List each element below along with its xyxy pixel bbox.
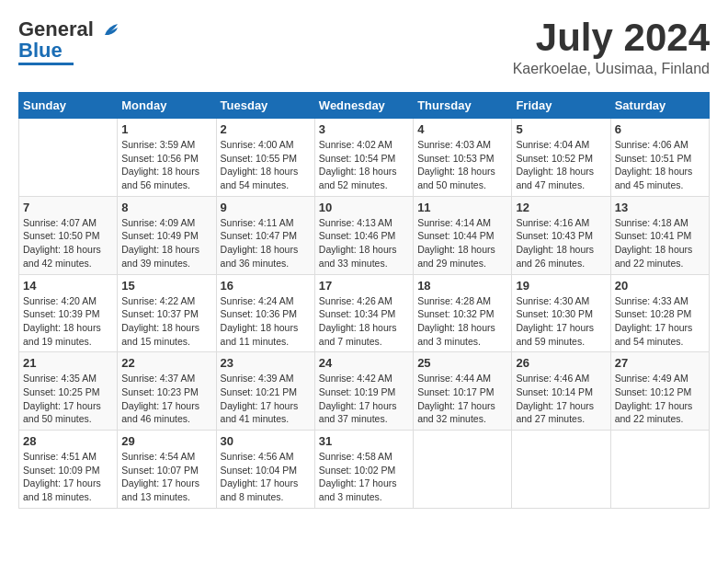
day-number: 24 bbox=[319, 356, 409, 370]
calendar-day-cell: 17Sunrise: 4:26 AMSunset: 10:34 PMDaylig… bbox=[314, 274, 413, 352]
calendar-day-cell: 3Sunrise: 4:02 AMSunset: 10:54 PMDayligh… bbox=[314, 119, 413, 197]
calendar-day-cell: 23Sunrise: 4:39 AMSunset: 10:21 PMDaylig… bbox=[216, 352, 314, 431]
day-number: 6 bbox=[615, 122, 705, 136]
calendar-day-cell bbox=[19, 119, 118, 197]
calendar-day-cell: 2Sunrise: 4:00 AMSunset: 10:55 PMDayligh… bbox=[216, 119, 314, 197]
location-title: Kaerkoelae, Uusimaa, Finland bbox=[513, 61, 710, 77]
day-info: Sunrise: 4:18 AMSunset: 10:41 PMDaylight… bbox=[615, 216, 705, 270]
month-title: July 2024 bbox=[513, 18, 710, 57]
calendar-day-cell: 30Sunrise: 4:56 AMSunset: 10:04 PMDaylig… bbox=[216, 431, 314, 509]
day-number: 31 bbox=[319, 434, 409, 448]
calendar-day-cell: 19Sunrise: 4:30 AMSunset: 10:30 PMDaylig… bbox=[512, 274, 610, 352]
day-number: 22 bbox=[121, 356, 211, 370]
day-number: 9 bbox=[221, 201, 311, 214]
day-number: 8 bbox=[121, 201, 211, 214]
calendar-day-cell: 31Sunrise: 4:58 AMSunset: 10:02 PMDaylig… bbox=[314, 431, 413, 509]
calendar-day-cell: 20Sunrise: 4:33 AMSunset: 10:28 PMDaylig… bbox=[610, 274, 709, 352]
logo-text-blue: Blue bbox=[18, 40, 63, 61]
day-of-week-header: Wednesday bbox=[314, 93, 413, 119]
calendar-week-row: 7Sunrise: 4:07 AMSunset: 10:50 PMDayligh… bbox=[19, 196, 710, 274]
day-number: 5 bbox=[516, 122, 606, 136]
page-header: General Blue July 2024 Kaerkoelae, Uusim… bbox=[18, 18, 710, 77]
day-of-week-header: Friday bbox=[512, 93, 610, 119]
day-number: 16 bbox=[221, 279, 311, 293]
calendar-day-cell: 1Sunrise: 3:59 AMSunset: 10:56 PMDayligh… bbox=[118, 119, 216, 197]
day-number: 19 bbox=[516, 279, 606, 293]
day-info: Sunrise: 4:51 AMSunset: 10:09 PMDaylight… bbox=[23, 450, 113, 504]
calendar-day-cell: 7Sunrise: 4:07 AMSunset: 10:50 PMDayligh… bbox=[19, 196, 118, 274]
calendar-day-cell: 29Sunrise: 4:54 AMSunset: 10:07 PMDaylig… bbox=[118, 431, 216, 509]
day-info: Sunrise: 4:22 AMSunset: 10:37 PMDaylight… bbox=[121, 294, 211, 349]
day-info: Sunrise: 4:30 AMSunset: 10:30 PMDaylight… bbox=[516, 294, 606, 349]
calendar-day-cell bbox=[610, 431, 709, 509]
calendar-day-cell: 11Sunrise: 4:14 AMSunset: 10:44 PMDaylig… bbox=[414, 196, 512, 274]
calendar-table: SundayMondayTuesdayWednesdayThursdayFrid… bbox=[18, 92, 710, 509]
day-info: Sunrise: 4:04 AMSunset: 10:52 PMDaylight… bbox=[516, 138, 606, 192]
day-number: 27 bbox=[615, 356, 705, 370]
calendar-day-cell bbox=[512, 431, 610, 509]
day-info: Sunrise: 4:56 AMSunset: 10:04 PMDaylight… bbox=[221, 450, 311, 504]
calendar-day-cell bbox=[414, 431, 512, 509]
calendar-day-cell: 27Sunrise: 4:49 AMSunset: 10:12 PMDaylig… bbox=[610, 352, 709, 431]
day-info: Sunrise: 4:44 AMSunset: 10:17 PMDaylight… bbox=[417, 372, 507, 426]
day-number: 25 bbox=[417, 356, 507, 370]
day-number: 17 bbox=[319, 279, 409, 293]
calendar-day-cell: 6Sunrise: 4:06 AMSunset: 10:51 PMDayligh… bbox=[610, 119, 709, 197]
calendar-day-cell: 26Sunrise: 4:46 AMSunset: 10:14 PMDaylig… bbox=[512, 352, 610, 431]
title-section: July 2024 Kaerkoelae, Uusimaa, Finland bbox=[513, 18, 710, 77]
day-number: 12 bbox=[516, 201, 606, 214]
day-info: Sunrise: 4:02 AMSunset: 10:54 PMDaylight… bbox=[319, 138, 409, 192]
calendar-day-cell: 12Sunrise: 4:16 AMSunset: 10:43 PMDaylig… bbox=[512, 196, 610, 274]
day-number: 28 bbox=[23, 434, 113, 448]
calendar-day-cell: 28Sunrise: 4:51 AMSunset: 10:09 PMDaylig… bbox=[19, 431, 118, 509]
day-info: Sunrise: 4:16 AMSunset: 10:43 PMDaylight… bbox=[516, 216, 606, 270]
day-info: Sunrise: 4:33 AMSunset: 10:28 PMDaylight… bbox=[615, 294, 705, 349]
calendar-week-row: 14Sunrise: 4:20 AMSunset: 10:39 PMDaylig… bbox=[19, 274, 710, 352]
day-of-week-header: Saturday bbox=[610, 93, 709, 119]
calendar-day-cell: 10Sunrise: 4:13 AMSunset: 10:46 PMDaylig… bbox=[314, 196, 413, 274]
day-number: 23 bbox=[221, 356, 311, 370]
day-info: Sunrise: 4:39 AMSunset: 10:21 PMDaylight… bbox=[221, 372, 311, 426]
calendar-week-row: 28Sunrise: 4:51 AMSunset: 10:09 PMDaylig… bbox=[19, 431, 710, 509]
calendar-day-cell: 9Sunrise: 4:11 AMSunset: 10:47 PMDayligh… bbox=[216, 196, 314, 274]
day-info: Sunrise: 4:00 AMSunset: 10:55 PMDaylight… bbox=[221, 138, 311, 192]
day-number: 1 bbox=[121, 122, 211, 136]
calendar-day-cell: 15Sunrise: 4:22 AMSunset: 10:37 PMDaylig… bbox=[118, 274, 216, 352]
day-info: Sunrise: 4:37 AMSunset: 10:23 PMDaylight… bbox=[121, 372, 211, 426]
day-info: Sunrise: 4:09 AMSunset: 10:49 PMDaylight… bbox=[121, 216, 211, 270]
calendar-day-cell: 4Sunrise: 4:03 AMSunset: 10:53 PMDayligh… bbox=[414, 119, 512, 197]
day-of-week-header: Monday bbox=[118, 93, 216, 119]
calendar-day-cell: 22Sunrise: 4:37 AMSunset: 10:23 PMDaylig… bbox=[118, 352, 216, 431]
day-info: Sunrise: 4:35 AMSunset: 10:25 PMDaylight… bbox=[23, 372, 113, 426]
logo-text-general: General bbox=[18, 17, 94, 40]
day-info: Sunrise: 4:54 AMSunset: 10:07 PMDaylight… bbox=[121, 450, 211, 504]
day-info: Sunrise: 4:28 AMSunset: 10:32 PMDaylight… bbox=[417, 294, 507, 349]
day-of-week-header: Thursday bbox=[414, 93, 512, 119]
day-number: 30 bbox=[221, 434, 311, 448]
calendar-week-row: 21Sunrise: 4:35 AMSunset: 10:25 PMDaylig… bbox=[19, 352, 710, 431]
calendar-header-row: SundayMondayTuesdayWednesdayThursdayFrid… bbox=[19, 93, 710, 119]
calendar-day-cell: 5Sunrise: 4:04 AMSunset: 10:52 PMDayligh… bbox=[512, 119, 610, 197]
day-number: 2 bbox=[221, 122, 311, 136]
day-number: 10 bbox=[319, 201, 409, 214]
day-info: Sunrise: 4:14 AMSunset: 10:44 PMDaylight… bbox=[417, 216, 507, 270]
day-number: 14 bbox=[23, 279, 113, 293]
logo-underline bbox=[18, 63, 74, 65]
day-info: Sunrise: 4:26 AMSunset: 10:34 PMDaylight… bbox=[319, 294, 409, 349]
day-info: Sunrise: 4:58 AMSunset: 10:02 PMDaylight… bbox=[319, 450, 409, 504]
day-number: 7 bbox=[23, 201, 113, 214]
day-number: 29 bbox=[121, 434, 211, 448]
day-number: 20 bbox=[615, 279, 705, 293]
calendar-day-cell: 16Sunrise: 4:24 AMSunset: 10:36 PMDaylig… bbox=[216, 274, 314, 352]
day-of-week-header: Tuesday bbox=[216, 93, 314, 119]
day-info: Sunrise: 4:13 AMSunset: 10:46 PMDaylight… bbox=[319, 216, 409, 270]
calendar-day-cell: 18Sunrise: 4:28 AMSunset: 10:32 PMDaylig… bbox=[414, 274, 512, 352]
day-number: 18 bbox=[417, 279, 507, 293]
day-info: Sunrise: 4:46 AMSunset: 10:14 PMDaylight… bbox=[516, 372, 606, 426]
day-of-week-header: Sunday bbox=[19, 93, 118, 119]
day-number: 11 bbox=[417, 201, 507, 214]
day-info: Sunrise: 4:49 AMSunset: 10:12 PMDaylight… bbox=[615, 372, 705, 426]
logo-bird-icon bbox=[101, 20, 121, 40]
calendar-day-cell: 24Sunrise: 4:42 AMSunset: 10:19 PMDaylig… bbox=[314, 352, 413, 431]
calendar-day-cell: 25Sunrise: 4:44 AMSunset: 10:17 PMDaylig… bbox=[414, 352, 512, 431]
